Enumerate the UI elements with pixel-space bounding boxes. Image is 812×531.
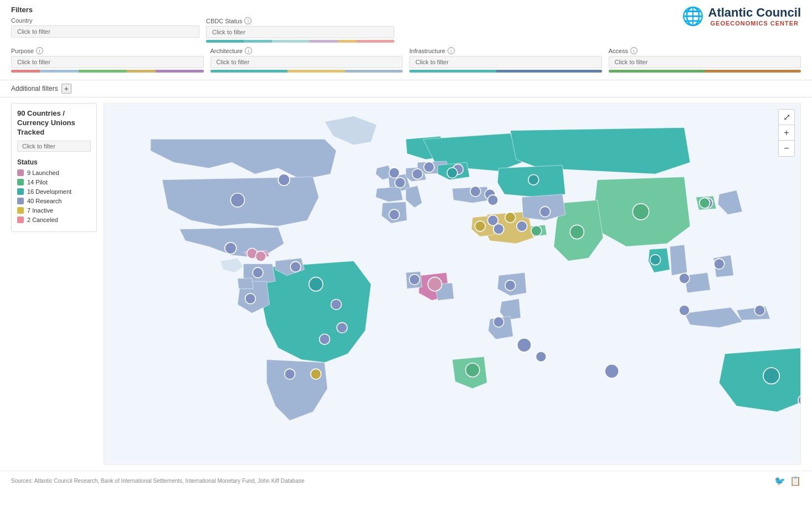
access-info-icon[interactable]: i [630,47,638,54]
nigeria-dot [428,277,442,291]
madagascar-dot [605,364,619,378]
legend-countries-label: 90 Countries / Currency Unions Tracked [17,109,91,137]
uruguay-dot [337,322,347,333]
kenya-dot [494,317,504,327]
twitter-icon[interactable]: 🐦 [774,476,785,486]
thailand-dot [650,255,661,265]
philippines-dot [714,259,724,269]
add-filter-button[interactable]: + [61,84,71,94]
filters-row-2: Purpose i Click to filter Architecture i… [11,47,801,73]
research-label: 40 Research [27,198,61,204]
access-color-bar [609,70,801,73]
legend-item-pilot: 14 Pilot [17,179,91,185]
pilot-label: 14 Pilot [27,179,48,185]
legend-item-research: 40 Research [17,198,91,204]
world-map-svg [104,104,800,465]
mozambique-dot [536,352,546,362]
logo-name: Atlantic Council [708,6,801,20]
china-dot [633,204,649,220]
cbdc-info-icon[interactable]: i [244,17,251,24]
southafrica-dot [466,363,480,377]
legend-status-title: Status [17,158,91,166]
colombia-dot [253,267,263,278]
additional-filters-label: Additional filters [11,85,58,92]
access-label: Access i [609,47,801,54]
ghana-dot [409,274,420,285]
morocco-dot [389,209,399,220]
infrastructure-filter-button[interactable]: Click to filter [409,56,602,68]
map-controls: ⤢ + − [778,109,795,157]
usa-dot [230,193,244,207]
launched-dot [17,169,24,176]
cbdc-label: CBDC Status i [206,17,394,24]
architecture-label: Architecture i [210,47,403,54]
legend-item-inactive: 7 Inactive [17,207,91,214]
legend-items: 9 Launched 14 Pilot 16 Development 40 Re… [17,169,91,223]
country-label: Country [11,17,199,24]
vietnam [670,245,687,276]
egypt-dot [475,221,485,231]
research-dot [17,198,24,204]
architecture-filter-group: Architecture i Click to filter [210,47,403,73]
legend-item-launched: 9 Launched [17,169,91,176]
iran-dot [517,221,527,231]
indonesia-dot [679,305,690,316]
purpose-color-bar [11,70,204,73]
purpose-info-icon[interactable]: i [36,47,43,54]
copy-icon[interactable]: 📋 [790,476,801,486]
zoom-in-button[interactable]: + [779,125,794,141]
cbdc-filter-button[interactable]: Click to filter [206,26,394,38]
development-label: 16 Development [27,188,71,195]
map-container: 90 Countries / Currency Unions Tracked C… [0,97,812,471]
globe-icon: 🌐 [682,6,704,27]
korea-dot [700,198,710,208]
map-svg-wrapper[interactable]: ⤢ + − [104,103,801,465]
canceled-dot [17,216,24,223]
legend-panel: 90 Countries / Currency Unions Tracked C… [11,103,97,232]
infrastructure-color-bar [409,70,602,73]
nordic-dot [424,162,434,172]
footer: Sources: Atlantic Council Research, Bank… [0,471,812,491]
zoom-out-button[interactable]: − [779,141,794,156]
argentina-dot [311,369,321,379]
fullscreen-button[interactable]: ⤢ [779,110,794,125]
jordan-dot [494,224,504,234]
access-filter-button[interactable]: Click to filter [609,56,801,68]
australia-dot [763,368,779,384]
legend-item-canceled: 2 Canceled [17,216,91,223]
saudi-dot [505,212,516,223]
mexico-dot [225,243,237,254]
country-filter-button[interactable]: Click to filter [11,25,199,38]
indonesia2-dot [754,305,765,316]
legend-item-development: 16 Development [17,188,91,195]
infrastructure-filter-group: Infrastructure i Click to filter [409,47,602,73]
peru-dot [245,293,256,304]
purpose-filter-group: Purpose i Click to filter [11,47,204,73]
azerbaijan-dot [487,195,498,205]
infrastructure-info-icon[interactable]: i [448,47,455,54]
germany-dot [412,169,423,179]
uae-dot [531,225,542,236]
malaysia-dot [679,273,690,283]
inactive-dot [17,207,24,214]
footer-icons: 🐦 📋 [774,476,801,486]
ukraine-dot [447,168,458,178]
tanzania-dot [517,338,531,352]
architecture-filter-button[interactable]: Click to filter [210,56,403,68]
legend-filter-button[interactable]: Click to filter [17,141,91,152]
venezuela-dot [290,261,301,272]
infrastructure-label: Infrastructure i [409,47,602,54]
chile-dot [285,369,295,379]
purpose-filter-button[interactable]: Click to filter [11,56,204,68]
architecture-info-icon[interactable]: i [245,47,252,54]
pakistan-dot [540,207,551,217]
logo-subtitle: GEOECONOMICS CENTER [708,20,801,27]
turkey-dot [470,186,481,197]
bolivia-dot [320,334,330,344]
ecuador [238,279,253,289]
inactive-label: 7 Inactive [27,207,53,214]
canada-dot [278,174,290,185]
architecture-color-bar [210,70,403,73]
paraguay-dot [331,299,342,310]
brazil-dot [309,277,323,291]
